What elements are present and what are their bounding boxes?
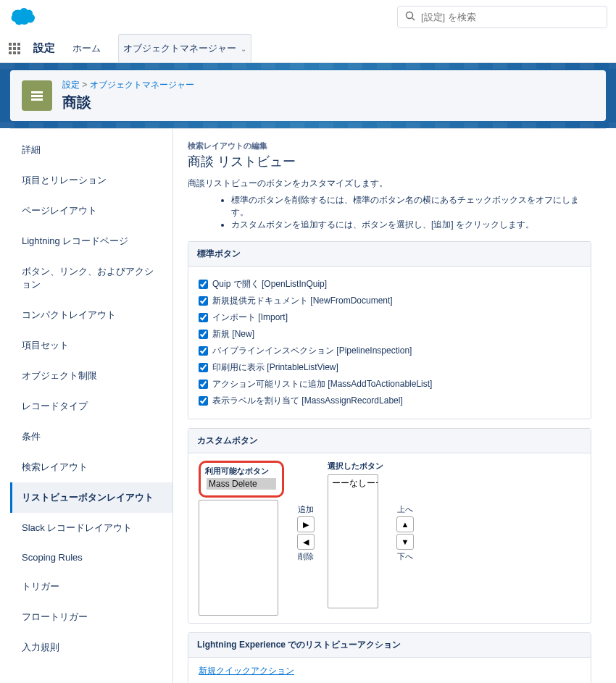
breadcrumb-setup[interactable]: 設定 xyxy=(62,80,80,90)
available-highlight: 利用可能なボタン Mass Delete xyxy=(199,461,284,498)
page-title: 商談 xyxy=(62,93,194,112)
sidebar: 詳細項目とリレーションページレイアウトLightning レコードページボタン、… xyxy=(10,129,173,683)
tab-label: オブジェクトマネージャー xyxy=(123,42,236,55)
standard-button-checkbox[interactable] xyxy=(199,363,208,372)
section-lex-actions: Lightning Experience でのリストビューアクション xyxy=(188,633,591,658)
sidebar-item[interactable]: 詳細 xyxy=(10,135,172,165)
available-label: 利用可能なボタン xyxy=(205,466,278,477)
standard-button-label: インポート [Import] xyxy=(212,311,288,324)
down-label: 下へ xyxy=(397,551,413,562)
standard-button-row[interactable]: インポート [Import] xyxy=(199,311,580,324)
sidebar-item[interactable]: 項目とリレーション xyxy=(10,165,172,196)
remove-label: 削除 xyxy=(298,551,314,562)
sidebar-item[interactable]: 入力規則 xyxy=(10,632,172,663)
standard-button-checkbox[interactable] xyxy=(199,380,208,389)
svg-point-0 xyxy=(407,12,413,19)
chevron-down-icon: ⌄ xyxy=(241,45,246,53)
sidebar-item[interactable]: レコードタイプ xyxy=(10,391,172,422)
standard-button-row[interactable]: パイプラインインスペクション [PipelineInspection] xyxy=(199,345,580,357)
sidebar-item[interactable]: 条件 xyxy=(10,422,172,452)
sidebar-item[interactable]: フロートリガー xyxy=(10,602,172,632)
new-quick-action-link[interactable]: 新規クイックアクション xyxy=(199,666,294,676)
up-button[interactable]: ▲ xyxy=(396,516,414,532)
sidebar-item[interactable]: 項目セット xyxy=(10,330,172,361)
object-icon xyxy=(22,80,52,111)
breadcrumb-objmgr[interactable]: オブジェクトマネージャー xyxy=(90,80,194,90)
sidebar-item[interactable]: リストビューボタンレイアウト xyxy=(10,482,172,513)
standard-button-checkbox[interactable] xyxy=(199,313,208,322)
nav-title: 設定 xyxy=(33,41,55,55)
sidebar-item[interactable]: Lightning レコードページ xyxy=(10,226,172,256)
description: 商談リストビューのボタンをカスタマイズします。 xyxy=(188,177,591,190)
available-buttons-list[interactable]: Mass Delete xyxy=(205,477,278,491)
standard-button-row[interactable]: 新規提供元ドキュメント [NewFromDocument] xyxy=(199,295,580,307)
sidebar-item[interactable]: Slack レコードレイアウト xyxy=(10,513,172,543)
edit-label: 検索レイアウトの編集 xyxy=(188,141,591,151)
none-option[interactable]: ーーなしーー xyxy=(330,477,376,490)
standard-button-row[interactable]: 新規 [New] xyxy=(199,328,580,340)
tab-object-manager[interactable]: オブジェクトマネージャー ⌄ xyxy=(118,34,251,62)
standard-button-row[interactable]: アクション可能リストに追加 [MassAddToActionableList] xyxy=(199,378,580,390)
salesforce-logo-icon xyxy=(9,6,38,28)
sidebar-item[interactable]: オブジェクト制限 xyxy=(10,361,172,391)
breadcrumb: 設定 > オブジェクトマネージャー xyxy=(62,79,194,91)
add-button[interactable]: ▶ xyxy=(297,516,315,532)
svg-line-1 xyxy=(412,18,415,20)
sidebar-item[interactable]: トリガー xyxy=(10,571,172,602)
remove-button[interactable]: ◀ xyxy=(297,534,315,550)
selected-label: 選択したボタン xyxy=(328,461,383,472)
standard-button-checkbox[interactable] xyxy=(199,396,208,406)
standard-button-label: パイプラインインスペクション [PipelineInspection] xyxy=(212,345,412,357)
standard-button-checkbox[interactable] xyxy=(199,296,208,306)
hint-item: カスタムボタンを追加するには、ボタンを選択し、[追加] をクリックします。 xyxy=(231,219,591,231)
standard-button-checkbox[interactable] xyxy=(199,346,208,356)
sidebar-item[interactable]: コンパクトレイアウト xyxy=(10,300,172,330)
hint-item: 標準のボタンを削除するには、標準のボタン名の横にあるチェックボックスをオフにしま… xyxy=(231,194,591,219)
sidebar-item[interactable]: ボタン、リンク、およびアクション xyxy=(10,256,172,300)
down-button[interactable]: ▼ xyxy=(396,534,414,550)
section-standard-buttons: 標準ボタン xyxy=(188,242,591,267)
standard-button-label: 表示ラベルを割り当て [MassAssignRecordLabel] xyxy=(212,395,403,407)
standard-button-row[interactable]: 印刷用に表示 [PrintableListView] xyxy=(199,361,580,374)
sidebar-item[interactable]: ページレイアウト xyxy=(10,196,172,226)
sidebar-item[interactable]: 検索レイアウト xyxy=(10,452,172,482)
standard-button-row[interactable]: Quip で開く [OpenListInQuip] xyxy=(199,278,580,290)
standard-button-label: アクション可能リストに追加 [MassAddToActionableList] xyxy=(212,378,432,390)
standard-button-row[interactable]: 表示ラベルを割り当て [MassAssignRecordLabel] xyxy=(199,395,580,407)
app-launcher-icon[interactable] xyxy=(9,43,20,54)
standard-button-label: 新規提供元ドキュメント [NewFromDocument] xyxy=(212,295,393,307)
tab-home[interactable]: ホーム xyxy=(68,35,105,62)
add-label: 追加 xyxy=(298,504,314,515)
standard-button-label: Quip で開く [OpenListInQuip] xyxy=(212,278,327,290)
standard-button-checkbox[interactable] xyxy=(199,330,208,339)
search-icon xyxy=(405,11,415,23)
sidebar-item[interactable]: Scoping Rules xyxy=(10,543,172,571)
standard-button-checkbox[interactable] xyxy=(199,280,208,289)
hints-list: 標準のボタンを削除するには、標準のボタン名の横にあるチェックボックスをオフにしま… xyxy=(231,194,591,231)
up-label: 上へ xyxy=(397,504,413,515)
standard-button-label: 印刷用に表示 [PrintableListView] xyxy=(212,361,338,374)
available-option[interactable]: Mass Delete xyxy=(207,478,276,490)
available-buttons-list-body[interactable] xyxy=(199,500,278,616)
selected-buttons-list[interactable]: ーーなしーー xyxy=(328,474,378,608)
main-title: 商談 リストビュー xyxy=(188,153,591,170)
standard-button-label: 新規 [New] xyxy=(212,328,254,340)
global-search[interactable] xyxy=(397,6,607,28)
section-custom-buttons: カスタムボタン xyxy=(188,429,591,453)
search-input[interactable] xyxy=(421,12,599,22)
